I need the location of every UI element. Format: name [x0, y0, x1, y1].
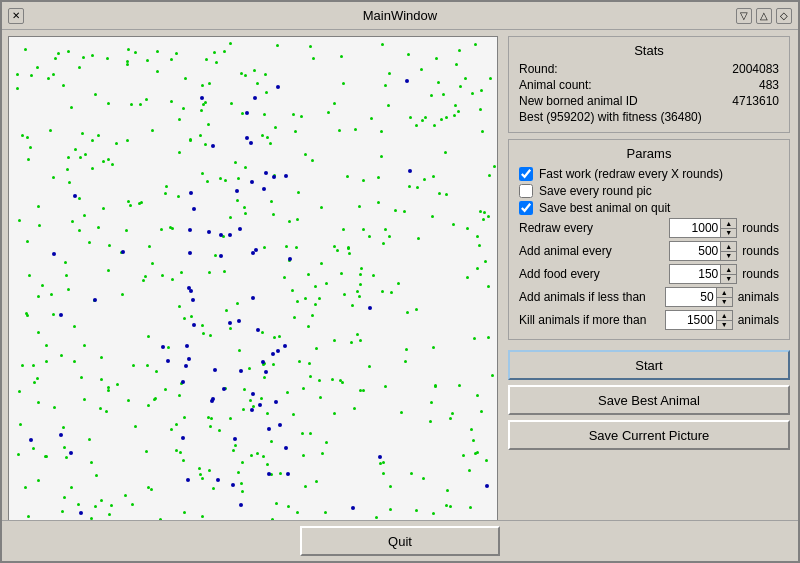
kill-animals-unit: animals [738, 313, 779, 327]
food-dot [53, 406, 56, 409]
add-animals-if-input[interactable] [665, 287, 717, 307]
food-dot [432, 346, 435, 349]
food-dot [147, 335, 150, 338]
food-dot [108, 513, 111, 516]
food-dot [489, 77, 492, 80]
food-dot [362, 179, 365, 182]
save-round-checkbox[interactable] [519, 184, 533, 198]
add-food-up-button[interactable]: ▲ [721, 265, 736, 275]
close-button[interactable]: ✕ [8, 8, 24, 24]
quit-button[interactable]: Quit [300, 526, 500, 556]
restore-button[interactable]: ▽ [736, 8, 752, 24]
animal-dot [93, 298, 97, 302]
animal-dot [181, 380, 185, 384]
food-dot [183, 416, 186, 419]
food-dot [415, 124, 418, 127]
animal-dot [267, 472, 271, 476]
food-dot [459, 85, 462, 88]
food-dot [160, 228, 163, 231]
food-dot [201, 84, 204, 87]
food-dot [145, 450, 148, 453]
food-dot [301, 432, 304, 435]
food-dot [170, 100, 173, 103]
food-dot [429, 420, 432, 423]
kill-animals-up-button[interactable]: ▲ [717, 311, 732, 321]
food-dot [229, 417, 232, 420]
food-dot [458, 384, 461, 387]
save-best-checkbox[interactable] [519, 201, 533, 215]
add-animal-input[interactable] [669, 241, 721, 261]
food-dot [237, 177, 240, 180]
redraw-spinner: ▲ ▼ [721, 218, 737, 238]
add-animal-label: Add animal every [519, 244, 669, 258]
food-dot [68, 181, 71, 184]
animal-dot [253, 96, 257, 100]
redraw-input[interactable] [669, 218, 721, 238]
maximize-button[interactable]: △ [756, 8, 772, 24]
food-dot [71, 220, 74, 223]
food-dot [37, 205, 40, 208]
redraw-down-button[interactable]: ▼ [721, 229, 736, 238]
food-dot [81, 132, 84, 135]
food-dot [353, 407, 356, 410]
food-dot [333, 339, 336, 342]
minimize-button[interactable]: ◇ [776, 8, 792, 24]
animal-dot [351, 506, 355, 510]
food-dot [178, 151, 181, 154]
animal-dot [213, 368, 217, 372]
redraw-up-button[interactable]: ▲ [721, 219, 736, 229]
food-dot [218, 429, 221, 432]
food-dot [105, 410, 108, 413]
add-animal-up-button[interactable]: ▲ [721, 242, 736, 252]
add-food-down-button[interactable]: ▼ [721, 275, 736, 284]
food-dot [309, 432, 312, 435]
food-dot [19, 423, 22, 426]
food-dot [52, 176, 55, 179]
food-dot [209, 425, 212, 428]
add-animals-if-up-button[interactable]: ▲ [717, 288, 732, 298]
food-dot [294, 130, 297, 133]
food-dot [61, 510, 64, 513]
save-current-picture-button[interactable]: Save Current Picture [508, 420, 790, 450]
food-dot [130, 103, 133, 106]
food-dot [132, 364, 135, 367]
add-animal-down-button[interactable]: ▼ [721, 252, 736, 261]
food-dot [384, 84, 387, 87]
food-dot [384, 228, 387, 231]
food-dot [244, 212, 247, 215]
main-window: ✕ MainWindow ▽ △ ◇ Stats Round: 2004083 … [0, 0, 800, 563]
add-animals-if-down-button[interactable]: ▼ [717, 298, 732, 307]
food-dot [380, 130, 383, 133]
food-dot [107, 269, 110, 272]
redraw-label: Redraw every [519, 221, 669, 235]
food-dot [375, 516, 378, 519]
food-dot [21, 134, 24, 137]
add-food-input[interactable] [669, 264, 721, 284]
food-dot [177, 195, 180, 198]
food-dot [388, 72, 391, 75]
food-dot [124, 494, 127, 497]
food-dot [487, 336, 490, 339]
food-dot [208, 469, 211, 472]
food-dot [223, 50, 226, 53]
food-dot [236, 199, 239, 202]
food-dot [440, 118, 443, 121]
add-food-label: Add food every [519, 267, 669, 281]
save-best-animal-button[interactable]: Save Best Animal [508, 385, 790, 415]
food-dot [309, 375, 312, 378]
food-dot [83, 398, 86, 401]
kill-animals-input[interactable] [665, 310, 717, 330]
fast-work-checkbox[interactable] [519, 167, 533, 181]
food-dot [205, 58, 208, 61]
food-dot [311, 314, 314, 317]
food-dot [331, 378, 334, 381]
main-content: Stats Round: 2004083 Animal count: 483 N… [2, 30, 798, 520]
food-dot [340, 55, 343, 58]
start-button[interactable]: Start [508, 350, 790, 380]
food-dot [320, 206, 323, 209]
food-dot [161, 274, 164, 277]
animal-dot [161, 345, 165, 349]
food-dot [493, 165, 496, 168]
kill-animals-down-button[interactable]: ▼ [717, 321, 732, 330]
food-dot [314, 303, 317, 306]
